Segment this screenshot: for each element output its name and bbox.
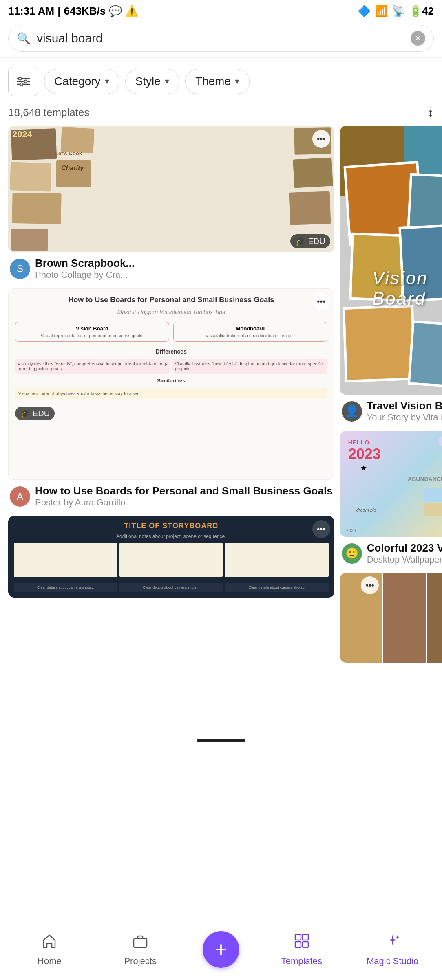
edu-badge: 🎓 EDU xyxy=(15,407,55,420)
colorful-2023-thumbnail: ••• HELLO 2023 ICONIC LOVE 2023 xyxy=(340,431,442,537)
svg-point-4 xyxy=(24,80,27,83)
more-options-button[interactable]: ••• xyxy=(361,576,379,594)
home-label: Home xyxy=(38,956,62,967)
home-icon xyxy=(41,933,57,953)
brown-scrapbook-card[interactable]: Charity Let's Cook 2024 🎓 EDU ••• S Brow… xyxy=(8,126,334,283)
sort-button[interactable]: ↕ xyxy=(427,105,434,120)
avatar: S xyxy=(10,259,30,279)
avatar: 🙂 xyxy=(342,543,362,564)
search-input[interactable] xyxy=(37,31,405,45)
scrapbook-text: Charity xyxy=(61,165,84,172)
how-to-boards-card[interactable]: ••• How to Use Boards for Personal and S… xyxy=(8,288,334,510)
templates-icon xyxy=(294,933,310,953)
results-count: 18,648 templates xyxy=(8,106,89,119)
bottom-spacer xyxy=(0,663,442,736)
projects-icon xyxy=(132,933,148,953)
colorful-2023-card[interactable]: ••• HELLO 2023 ICONIC LOVE 2023 xyxy=(340,431,442,567)
template-author: Poster by Aura Garrillo xyxy=(35,497,333,508)
edu-badge: 🎓 EDU xyxy=(290,234,330,248)
storyboard-cell xyxy=(14,543,117,577)
results-row: 18,648 templates ↕ xyxy=(0,102,442,126)
differences-boxes: Visually describes "what is", comprehens… xyxy=(15,359,327,374)
search-bar: 🔍 × xyxy=(8,25,434,52)
status-left: 11:31 AM | 643KB/s 💬 ⚠️ xyxy=(8,5,138,18)
search-bar-container: 🔍 × xyxy=(0,21,442,57)
nav-projects[interactable]: Projects xyxy=(112,933,169,967)
storyboard-subtitle: Additional notes about project, scene or… xyxy=(14,534,329,539)
add-button[interactable]: + xyxy=(203,931,239,968)
year-sticker: 2023 xyxy=(346,528,356,533)
collage-photo xyxy=(11,229,48,251)
battery-icon: 🔋42 xyxy=(409,5,434,18)
wifi-icon: 📡 xyxy=(392,5,405,18)
projects-label: Projects xyxy=(124,956,156,967)
travel-photo xyxy=(407,320,442,389)
right-column: Vision Board ••• 👤 Travel Vision Boar...… xyxy=(340,126,442,663)
more-options-button[interactable]: ••• xyxy=(312,130,330,148)
edu-label: EDU xyxy=(308,237,325,246)
how-to-columns: Vision Board Visual representation of pe… xyxy=(15,322,327,342)
theme-filter-button[interactable]: Theme ▾ xyxy=(185,69,250,94)
moodboard-col: Moodboard Visual illustration of a speci… xyxy=(173,322,327,342)
magic-studio-icon xyxy=(385,933,401,953)
status-time: 11:31 AM xyxy=(8,5,54,18)
collage-cell: ••• xyxy=(340,573,382,663)
storyboard-cell xyxy=(225,543,328,577)
travel-vision-info: 👤 Travel Vision Boar... Your Story by Vi… xyxy=(340,395,442,425)
more-options-button[interactable]: ••• xyxy=(312,520,330,538)
nav-magic-studio[interactable]: Magic Studio xyxy=(364,933,421,967)
travel-photo xyxy=(343,305,416,382)
star-sticker: ★ xyxy=(360,464,367,472)
graduation-icon: 🎓 xyxy=(295,236,305,246)
collage-photo xyxy=(289,191,331,225)
template-name: Travel Vision Boar... xyxy=(367,400,442,412)
travel-vision-card[interactable]: Vision Board ••• 👤 Travel Vision Boar...… xyxy=(340,126,442,425)
filter-bar: Category ▾ Style ▾ Theme ▾ xyxy=(0,62,442,102)
svg-rect-6 xyxy=(134,938,147,947)
brown-scrapbook-info: S Brown Scrapbook... Photo Collage by Cr… xyxy=(8,252,334,283)
search-icon: 🔍 xyxy=(17,32,31,45)
template-name: Brown Scrapbook... xyxy=(35,257,333,270)
how-to-subtitle: Make-it-Happen Visualization Toolbox Tip… xyxy=(15,309,327,315)
vision-board-overlay-text: Vision Board xyxy=(372,268,437,309)
clear-search-button[interactable]: × xyxy=(411,31,425,46)
sliders-icon xyxy=(17,76,30,87)
signal-icon: 📶 xyxy=(375,5,388,18)
filter-icon-button[interactable] xyxy=(8,67,38,96)
brown-scrapbook-thumbnail: Charity Let's Cook 2024 🎓 EDU ••• xyxy=(8,126,334,252)
storyboard-title: TITLE OF STORYBOARD xyxy=(14,522,329,530)
how-to-title: How to Use Boards for Personal and Small… xyxy=(15,295,327,305)
avatar: 👤 xyxy=(342,401,362,422)
templates-label: Templates xyxy=(281,956,322,967)
svg-point-5 xyxy=(20,83,23,86)
more-options-button[interactable]: ••• xyxy=(312,292,330,310)
sticker-iconic: ICONIC xyxy=(439,437,442,448)
card-text: Brown Scrapbook... Photo Collage by Cra.… xyxy=(35,257,333,280)
year-text: 2024 xyxy=(12,129,32,140)
template-name: Colorful 2023 Visi... xyxy=(367,542,442,554)
templates-grid: Charity Let's Cook 2024 🎓 EDU ••• S Brow… xyxy=(0,126,442,663)
collage-photo xyxy=(60,127,94,153)
collage-cell xyxy=(383,573,426,663)
nav-home[interactable]: Home xyxy=(21,933,78,967)
nav-templates[interactable]: Templates xyxy=(273,933,330,967)
style-filter-button[interactable]: Style ▾ xyxy=(125,69,179,94)
category-filter-button[interactable]: Category ▾ xyxy=(44,69,119,94)
graduation-icon: 🎓 xyxy=(20,409,30,418)
status-speed: 643KB/s xyxy=(64,5,106,18)
storyboard-card[interactable]: ••• TITLE OF STORYBOARD Additional notes… xyxy=(8,516,334,598)
third-collage-card[interactable]: ••• xyxy=(340,573,442,663)
collage-photo xyxy=(12,193,61,224)
whatsapp-icon: 💬 xyxy=(109,5,122,18)
card-text: Travel Vision Boar... Your Story by Vita… xyxy=(367,400,442,423)
template-author: Photo Collage by Cra... xyxy=(35,270,333,280)
status-right: 🔷 📶 📡 🔋42 xyxy=(358,5,434,18)
card-text: How to Use Boards for Personal and Small… xyxy=(35,485,333,508)
category-chevron-icon: ▾ xyxy=(105,76,109,87)
svg-rect-9 xyxy=(295,942,301,947)
magic-studio-label: Magic Studio xyxy=(367,956,418,967)
avatar: A xyxy=(10,486,30,507)
abundance-sticker: ABUNDANCE xyxy=(408,476,442,482)
collage-cell xyxy=(427,573,442,663)
template-name: How to Use Boards for Personal and Small… xyxy=(35,485,333,497)
